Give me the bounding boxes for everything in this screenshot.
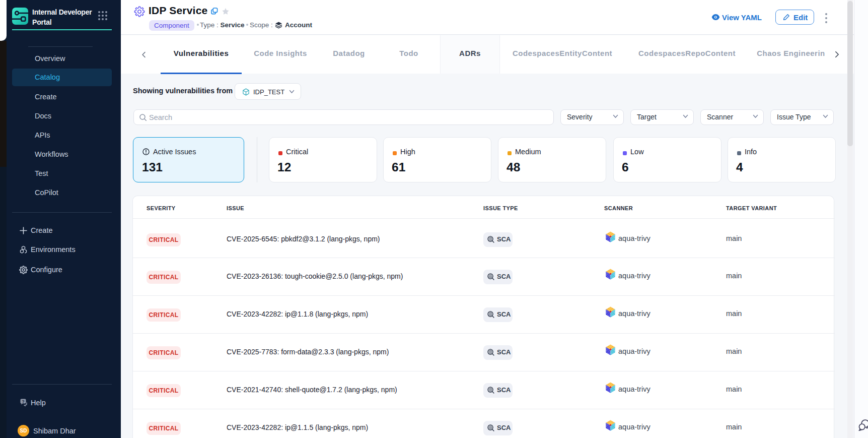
svg-text:?: ? [22, 399, 25, 404]
